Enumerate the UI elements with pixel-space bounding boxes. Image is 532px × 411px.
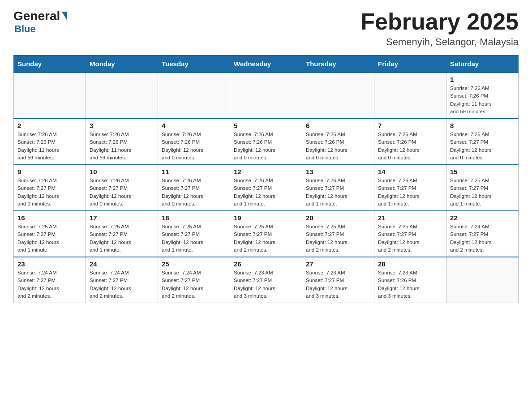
day-info: Sunrise: 7:26 AM Sunset: 7:27 PM Dayligh… [378, 177, 442, 208]
calendar-cell: 3Sunrise: 7:26 AM Sunset: 7:26 PM Daylig… [86, 119, 158, 165]
calendar-cell: 18Sunrise: 7:25 AM Sunset: 7:27 PM Dayli… [158, 211, 230, 257]
day-info: Sunrise: 7:23 AM Sunset: 7:27 PM Dayligh… [234, 269, 298, 300]
calendar-cell [302, 73, 374, 119]
day-info: Sunrise: 7:26 AM Sunset: 7:27 PM Dayligh… [234, 177, 298, 208]
calendar-cell [374, 73, 446, 119]
day-number: 15 [450, 168, 515, 176]
day-number: 6 [306, 122, 370, 129]
day-number: 4 [162, 122, 226, 129]
weekday-header-row: SundayMondayTuesdayWednesdayThursdayFrid… [14, 56, 519, 73]
day-number: 18 [162, 214, 226, 222]
day-number: 16 [17, 214, 82, 222]
weekday-header-thursday: Thursday [302, 56, 374, 73]
calendar-cell: 23Sunrise: 7:24 AM Sunset: 7:27 PM Dayli… [14, 257, 86, 303]
day-info: Sunrise: 7:26 AM Sunset: 7:27 PM Dayligh… [306, 177, 370, 208]
calendar-cell: 20Sunrise: 7:25 AM Sunset: 7:27 PM Dayli… [302, 211, 374, 257]
weekday-header-saturday: Saturday [446, 56, 519, 73]
week-row-2: 2Sunrise: 7:26 AM Sunset: 7:26 PM Daylig… [14, 119, 519, 165]
calendar-cell: 6Sunrise: 7:26 AM Sunset: 7:26 PM Daylig… [302, 119, 374, 165]
calendar-cell: 24Sunrise: 7:24 AM Sunset: 7:27 PM Dayli… [86, 257, 158, 303]
day-number: 12 [234, 168, 298, 176]
day-number: 5 [234, 122, 298, 129]
logo-name: General [13, 9, 68, 23]
calendar-cell: 11Sunrise: 7:26 AM Sunset: 7:27 PM Dayli… [158, 165, 230, 211]
day-info: Sunrise: 7:25 AM Sunset: 7:27 PM Dayligh… [234, 223, 298, 254]
calendar-cell: 9Sunrise: 7:26 AM Sunset: 7:27 PM Daylig… [14, 165, 86, 211]
day-number: 22 [450, 214, 515, 222]
day-info: Sunrise: 7:26 AM Sunset: 7:27 PM Dayligh… [90, 177, 154, 208]
day-info: Sunrise: 7:26 AM Sunset: 7:26 PM Dayligh… [162, 131, 226, 162]
day-info: Sunrise: 7:26 AM Sunset: 7:27 PM Dayligh… [162, 177, 226, 208]
calendar-cell: 21Sunrise: 7:25 AM Sunset: 7:27 PM Dayli… [374, 211, 446, 257]
day-info: Sunrise: 7:26 AM Sunset: 7:27 PM Dayligh… [450, 131, 515, 162]
day-info: Sunrise: 7:26 AM Sunset: 7:26 PM Dayligh… [234, 131, 298, 162]
weekday-header-wednesday: Wednesday [230, 56, 302, 73]
logo-general: General [13, 9, 60, 23]
day-info: Sunrise: 7:24 AM Sunset: 7:27 PM Dayligh… [90, 269, 154, 300]
day-info: Sunrise: 7:25 AM Sunset: 7:27 PM Dayligh… [90, 223, 154, 254]
calendar-title: February 2025 [360, 9, 519, 34]
weekday-header-tuesday: Tuesday [158, 56, 230, 73]
calendar-cell: 17Sunrise: 7:25 AM Sunset: 7:27 PM Dayli… [86, 211, 158, 257]
calendar-cell [14, 73, 86, 119]
day-number: 3 [90, 122, 154, 129]
day-info: Sunrise: 7:26 AM Sunset: 7:26 PM Dayligh… [306, 131, 370, 162]
day-number: 24 [90, 260, 154, 268]
day-info: Sunrise: 7:24 AM Sunset: 7:27 PM Dayligh… [450, 223, 515, 254]
day-number: 26 [234, 260, 298, 268]
logo-blue: Blue [14, 23, 36, 35]
day-info: Sunrise: 7:24 AM Sunset: 7:27 PM Dayligh… [17, 269, 82, 300]
calendar-cell: 27Sunrise: 7:23 AM Sunset: 7:27 PM Dayli… [302, 257, 374, 303]
day-number: 8 [450, 122, 515, 129]
day-info: Sunrise: 7:25 AM Sunset: 7:27 PM Dayligh… [162, 223, 226, 254]
calendar-cell: 12Sunrise: 7:26 AM Sunset: 7:27 PM Dayli… [230, 165, 302, 211]
day-number: 21 [378, 214, 442, 222]
day-info: Sunrise: 7:26 AM Sunset: 7:27 PM Dayligh… [17, 177, 82, 208]
week-row-5: 23Sunrise: 7:24 AM Sunset: 7:27 PM Dayli… [14, 257, 519, 303]
calendar-cell: 8Sunrise: 7:26 AM Sunset: 7:27 PM Daylig… [446, 119, 519, 165]
day-number: 13 [306, 168, 370, 176]
calendar-cell: 13Sunrise: 7:26 AM Sunset: 7:27 PM Dayli… [302, 165, 374, 211]
day-info: Sunrise: 7:26 AM Sunset: 7:26 PM Dayligh… [450, 85, 515, 116]
calendar-subtitle: Semenyih, Selangor, Malaysia [360, 36, 519, 48]
calendar-cell [230, 73, 302, 119]
day-info: Sunrise: 7:26 AM Sunset: 7:26 PM Dayligh… [378, 131, 442, 162]
title-area: February 2025 Semenyih, Selangor, Malays… [360, 9, 519, 48]
calendar-cell: 16Sunrise: 7:25 AM Sunset: 7:27 PM Dayli… [14, 211, 86, 257]
day-number: 7 [378, 122, 442, 129]
day-number: 23 [17, 260, 82, 268]
week-row-3: 9Sunrise: 7:26 AM Sunset: 7:27 PM Daylig… [14, 165, 519, 211]
day-number: 1 [450, 76, 515, 83]
calendar-cell [446, 257, 519, 303]
day-info: Sunrise: 7:23 AM Sunset: 7:27 PM Dayligh… [306, 269, 370, 300]
week-row-1: 1Sunrise: 7:26 AM Sunset: 7:26 PM Daylig… [14, 73, 519, 119]
day-info: Sunrise: 7:25 AM Sunset: 7:27 PM Dayligh… [450, 177, 515, 208]
day-info: Sunrise: 7:23 AM Sunset: 7:26 PM Dayligh… [378, 269, 442, 300]
calendar-cell: 15Sunrise: 7:25 AM Sunset: 7:27 PM Dayli… [446, 165, 519, 211]
day-number: 20 [306, 214, 370, 222]
calendar-cell [158, 73, 230, 119]
day-number: 9 [17, 168, 82, 176]
day-info: Sunrise: 7:25 AM Sunset: 7:27 PM Dayligh… [378, 223, 442, 254]
weekday-header-friday: Friday [374, 56, 446, 73]
calendar-cell: 1Sunrise: 7:26 AM Sunset: 7:26 PM Daylig… [446, 73, 519, 119]
day-number: 14 [378, 168, 442, 176]
day-info: Sunrise: 7:26 AM Sunset: 7:26 PM Dayligh… [17, 131, 82, 162]
day-number: 17 [90, 214, 154, 222]
week-row-4: 16Sunrise: 7:25 AM Sunset: 7:27 PM Dayli… [14, 211, 519, 257]
weekday-header-monday: Monday [86, 56, 158, 73]
calendar-cell: 26Sunrise: 7:23 AM Sunset: 7:27 PM Dayli… [230, 257, 302, 303]
day-number: 2 [17, 122, 82, 129]
logo: General Blue [13, 9, 68, 35]
day-number: 28 [378, 260, 442, 268]
day-number: 25 [162, 260, 226, 268]
calendar-cell: 19Sunrise: 7:25 AM Sunset: 7:27 PM Dayli… [230, 211, 302, 257]
calendar-cell: 22Sunrise: 7:24 AM Sunset: 7:27 PM Dayli… [446, 211, 519, 257]
logo-triangle-icon [62, 12, 67, 21]
day-number: 10 [90, 168, 154, 176]
day-info: Sunrise: 7:25 AM Sunset: 7:27 PM Dayligh… [306, 223, 370, 254]
calendar-cell [86, 73, 158, 119]
day-info: Sunrise: 7:24 AM Sunset: 7:27 PM Dayligh… [162, 269, 226, 300]
day-info: Sunrise: 7:25 AM Sunset: 7:27 PM Dayligh… [17, 223, 82, 254]
calendar-cell: 28Sunrise: 7:23 AM Sunset: 7:26 PM Dayli… [374, 257, 446, 303]
